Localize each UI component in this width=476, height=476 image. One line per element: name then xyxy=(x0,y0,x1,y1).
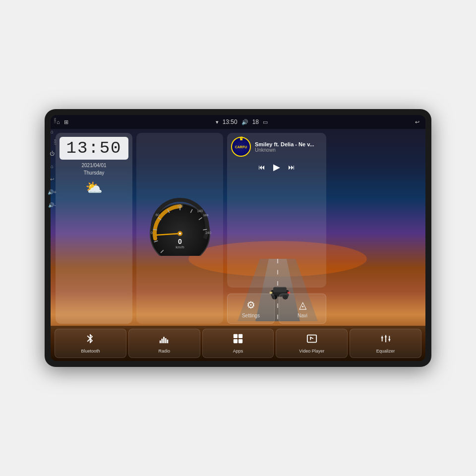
clock-day: Thursday xyxy=(60,170,128,176)
music-header: CARFU Smiley ft. Delia - Ne v... Unknown xyxy=(231,137,322,157)
svg-rect-39 xyxy=(234,339,238,343)
clock-widget: 13:50 2021/04/01 Thursday ⛅ xyxy=(56,133,132,324)
vol-up-icon[interactable]: 🔊+ xyxy=(48,187,57,197)
clock-display: 13:50 xyxy=(60,137,128,160)
svg-text:km/h: km/h xyxy=(176,245,184,249)
navi-icon: ◬ xyxy=(299,299,306,311)
status-volume: 18 xyxy=(252,119,259,125)
screen: ⌂ ⊞ ▾ 13:50 🔊 18 ▭ ↩ xyxy=(51,115,425,361)
navi-button[interactable]: ◬ Navi xyxy=(279,294,326,324)
svg-text:0: 0 xyxy=(178,238,182,245)
status-center: ▾ 13:50 🔊 18 ▭ xyxy=(216,119,268,125)
settings-icon: ⚙ xyxy=(246,299,255,311)
svg-rect-34 xyxy=(163,337,165,343)
radio-icon xyxy=(159,333,170,347)
speedometer-svg: 0 60 120 140 160 240 0 xyxy=(143,196,217,256)
svg-rect-41 xyxy=(307,335,316,343)
volume-icon: 🔊 xyxy=(241,119,248,125)
next-button[interactable]: ⏭ xyxy=(288,163,295,171)
status-left: ⌂ ⊞ xyxy=(57,119,68,125)
svg-point-29 xyxy=(179,233,181,235)
music-logo: CARFU xyxy=(231,137,251,157)
radio-label: Radio xyxy=(158,349,170,354)
bluetooth-label: Bluetooth xyxy=(81,349,100,354)
wifi-icon: ▾ xyxy=(216,119,219,125)
video-player-label: Video Player xyxy=(299,349,324,354)
vol-down-icon[interactable]: 🔊- xyxy=(48,200,57,210)
apps-icon xyxy=(233,333,243,347)
svg-text:0: 0 xyxy=(151,231,153,235)
svg-rect-33 xyxy=(162,339,163,343)
svg-rect-38 xyxy=(238,334,242,338)
music-logo-text: CARFU xyxy=(235,145,247,149)
home-side-icon[interactable]: ⌂ xyxy=(48,126,57,136)
rst-label: RST xyxy=(48,139,57,145)
video-player-button[interactable]: Video Player xyxy=(276,329,348,358)
bluetooth-icon xyxy=(85,333,96,347)
quick-buttons-row: ⚙ Settings ◬ Navi xyxy=(227,294,326,324)
music-artist: Unknown xyxy=(255,147,322,153)
speedometer-widget: 0 60 120 140 160 240 0 xyxy=(136,133,223,324)
mic-label: MIC xyxy=(48,118,57,123)
speedometer-container: 0 60 120 140 160 240 0 xyxy=(143,196,217,261)
apps-label: Apps xyxy=(233,349,243,354)
music-controls: ⏮ ▶ ⏭ xyxy=(231,162,322,173)
home-side-icon2[interactable]: ⌂ xyxy=(48,161,57,171)
svg-rect-32 xyxy=(160,341,161,344)
svg-rect-36 xyxy=(167,340,169,343)
weather-icon: ⛅ xyxy=(60,179,128,196)
svg-rect-40 xyxy=(238,339,242,343)
bottom-bar: Bluetooth Radio xyxy=(51,326,425,361)
power-side-icon[interactable]: ⏻ xyxy=(48,148,57,158)
settings-button[interactable]: ⚙ Settings xyxy=(227,294,275,324)
svg-rect-35 xyxy=(165,338,167,343)
svg-text:160: 160 xyxy=(203,214,208,217)
svg-text:240: 240 xyxy=(205,231,211,235)
bluetooth-button[interactable]: Bluetooth xyxy=(55,329,126,358)
right-column: CARFU Smiley ft. Delia - Ne v... Unknown… xyxy=(227,133,326,324)
main-area: 13:50 2021/04/01 Thursday ⛅ xyxy=(51,129,425,361)
battery-icon: ▭ xyxy=(263,119,268,125)
play-button[interactable]: ▶ xyxy=(273,162,280,173)
device-frame: MIC ⌂ RST ⏻ ⌂ ↩ 🔊+ 🔊- ⌂ ⊞ ▾ 13:50 🔊 18 ▭… xyxy=(45,109,431,367)
home-icon[interactable]: ⌂ xyxy=(57,119,60,125)
music-widget[interactable]: CARFU Smiley ft. Delia - Ne v... Unknown… xyxy=(227,133,326,288)
svg-text:60: 60 xyxy=(156,213,160,217)
clock-date: 2021/04/01 xyxy=(60,163,128,168)
prev-button[interactable]: ⏮ xyxy=(258,163,265,171)
music-info: Smiley ft. Delia - Ne v... Unknown xyxy=(255,141,322,153)
video-player-icon xyxy=(306,333,317,347)
back-icon[interactable]: ↩ xyxy=(415,119,419,125)
status-time: 13:50 xyxy=(223,119,238,125)
settings-label: Settings xyxy=(242,313,260,318)
equalizer-label: Equalizer xyxy=(376,349,395,354)
svg-text:120: 120 xyxy=(177,204,183,208)
status-bar: ⌂ ⊞ ▾ 13:50 🔊 18 ▭ ↩ xyxy=(51,115,425,129)
svg-text:140: 140 xyxy=(197,209,203,213)
back-side-icon[interactable]: ↩ xyxy=(48,174,57,184)
apps-button[interactable]: Apps xyxy=(202,329,274,358)
status-right: ↩ xyxy=(415,119,419,125)
widgets-row: 13:50 2021/04/01 Thursday ⛅ xyxy=(51,129,425,326)
app-icon[interactable]: ⊞ xyxy=(64,119,68,125)
equalizer-icon xyxy=(380,333,391,347)
svg-rect-37 xyxy=(234,334,238,338)
radio-button[interactable]: Radio xyxy=(128,329,200,358)
music-title: Smiley ft. Delia - Ne v... xyxy=(255,141,322,147)
side-labels-container: MIC ⌂ RST ⏻ ⌂ ↩ 🔊+ 🔊- xyxy=(48,109,57,210)
clock-time: 13:50 xyxy=(63,139,124,158)
navi-label: Navi xyxy=(298,313,307,318)
equalizer-button[interactable]: Equalizer xyxy=(350,329,421,358)
